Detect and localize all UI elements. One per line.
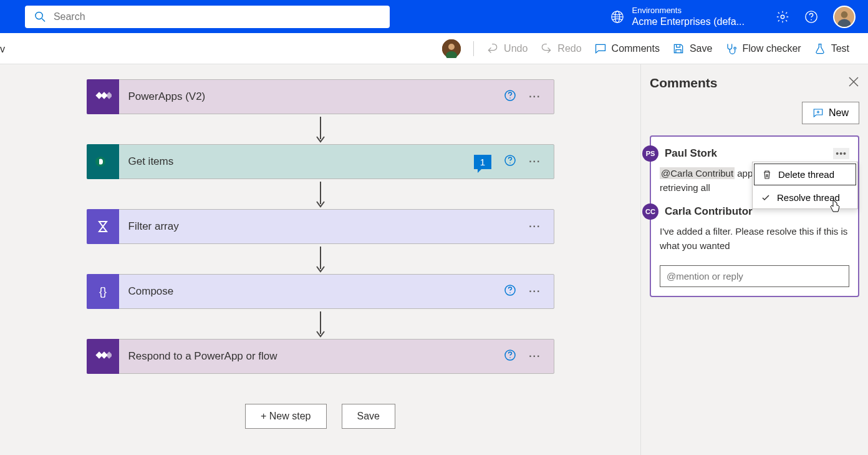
connector-arrow[interactable] (314, 244, 327, 274)
commenter-name: Paul Stork (665, 147, 717, 160)
question-circle-icon (504, 89, 516, 102)
flow-step[interactable]: PowerApps (V2)··· (87, 79, 554, 114)
settings-button[interactable] (776, 10, 789, 24)
save-flow-button[interactable]: Save (342, 404, 395, 429)
flow-step[interactable]: Respond to a PowerApp or flow··· (87, 339, 554, 374)
flask-icon (814, 42, 826, 55)
stethoscope-icon (725, 42, 737, 55)
svg-point-9 (837, 19, 851, 27)
help-button[interactable] (804, 10, 818, 24)
new-step-button[interactable]: + New step (245, 404, 326, 429)
close-panel-button[interactable] (848, 76, 859, 91)
svg-rect-31 (105, 351, 112, 358)
step-help-button[interactable] (504, 154, 516, 169)
step-more-button[interactable]: ··· (529, 156, 541, 167)
svg-point-13 (734, 47, 736, 49)
step-help-button[interactable] (504, 89, 516, 104)
step-more-button[interactable]: ··· (529, 286, 541, 297)
step-icon (87, 144, 119, 179)
commenter-name: Carla Contributor (665, 205, 753, 218)
step-help-button[interactable] (504, 284, 516, 299)
toolbar: Undo Redo Comments Save Flow checker Tes… (0, 33, 868, 64)
question-circle-icon (504, 154, 516, 167)
flow-canvas[interactable]: PowerApps (V2)···Get items1···Filter arr… (0, 64, 640, 455)
redo-button[interactable]: Redo (540, 42, 581, 55)
delete-thread-button[interactable]: Delete thread (754, 164, 856, 185)
step-icon: {} (87, 274, 119, 309)
step-title: Filter array (118, 220, 529, 233)
svg-point-22 (509, 162, 511, 164)
flow-checker-button[interactable]: Flow checker (725, 42, 801, 55)
step-title: Get items (118, 155, 474, 168)
user-avatar[interactable] (833, 6, 856, 28)
step-title: PowerApps (V2) (118, 91, 504, 103)
step-more-button[interactable]: ··· (529, 351, 541, 362)
close-icon (848, 76, 859, 87)
step-help-button[interactable] (504, 349, 516, 364)
svg-point-11 (448, 44, 455, 50)
save-button[interactable]: Save (672, 42, 712, 55)
environment-picker[interactable]: Environments Acme Enterprises (defa... (610, 6, 745, 27)
svg-point-8 (841, 11, 848, 18)
question-circle-icon (504, 349, 516, 361)
resolve-thread-button[interactable]: Resolve thread (753, 187, 857, 208)
svg-point-18 (509, 97, 511, 99)
search-icon (34, 11, 46, 23)
svg-point-7 (811, 19, 812, 20)
panel-title: Comments (650, 76, 718, 91)
environment-name: Acme Enterprises (defa... (632, 16, 745, 27)
flow-step[interactable]: Filter array··· (87, 209, 554, 244)
step-title: Respond to a PowerApp or flow (118, 350, 504, 363)
comments-panel: Comments New PS Paul Stork ••• @Carla Co… (640, 64, 868, 455)
svg-point-0 (36, 12, 42, 19)
top-header: Environments Acme Enterprises (defa... (0, 0, 868, 33)
step-title: Compose (118, 285, 504, 298)
step-icon (87, 339, 119, 374)
connector-arrow[interactable] (314, 179, 327, 209)
trash-icon (762, 170, 772, 180)
redo-icon (540, 42, 552, 55)
svg-line-1 (42, 18, 45, 21)
svg-rect-16 (105, 92, 112, 99)
comment-body: I've added a filter. Please resolve this… (660, 225, 849, 253)
cursor-icon (828, 199, 842, 214)
connector-arrow[interactable] (314, 309, 327, 339)
commenter-avatar: PS (642, 145, 658, 162)
step-more-button[interactable]: ··· (529, 221, 541, 232)
thread-context-menu: Delete thread Resolve thread (752, 162, 858, 209)
flow-step[interactable]: {}Compose··· (87, 274, 554, 309)
svg-point-33 (509, 357, 511, 358)
svg-point-27 (509, 292, 511, 293)
question-icon (804, 10, 818, 24)
search-box[interactable] (25, 6, 390, 28)
globe-icon (610, 10, 624, 24)
divider (473, 41, 474, 56)
svg-point-5 (781, 15, 784, 19)
comment-thread: PS Paul Stork ••• @Carla Contribut appro… (650, 135, 859, 297)
flow-step[interactable]: Get items1··· (87, 144, 554, 179)
undo-icon (486, 42, 499, 55)
comment-count-badge[interactable]: 1 (474, 155, 491, 169)
check-icon (761, 193, 771, 203)
step-more-button[interactable]: ··· (529, 91, 541, 102)
partial-text: v (0, 44, 5, 55)
gear-icon (776, 10, 789, 24)
save-icon (672, 42, 685, 55)
comment-plus-icon (813, 107, 824, 119)
step-icon (87, 209, 119, 244)
environment-label: Environments (632, 6, 745, 16)
mention: @Carla Contribut (660, 167, 735, 179)
question-circle-icon (504, 284, 516, 296)
search-input[interactable] (54, 11, 380, 22)
connector-arrow[interactable] (314, 114, 327, 144)
new-comment-button[interactable]: New (802, 102, 859, 124)
comments-button[interactable]: Comments (594, 42, 660, 55)
test-button[interactable]: Test (814, 42, 849, 55)
step-icon (87, 79, 119, 114)
svg-text:{}: {} (99, 285, 106, 298)
collaborator-avatar[interactable] (442, 39, 461, 58)
reply-input[interactable] (660, 265, 849, 287)
thread-menu-button[interactable]: ••• (833, 148, 849, 159)
commenter-avatar: CC (642, 203, 658, 220)
undo-button[interactable]: Undo (486, 42, 528, 55)
